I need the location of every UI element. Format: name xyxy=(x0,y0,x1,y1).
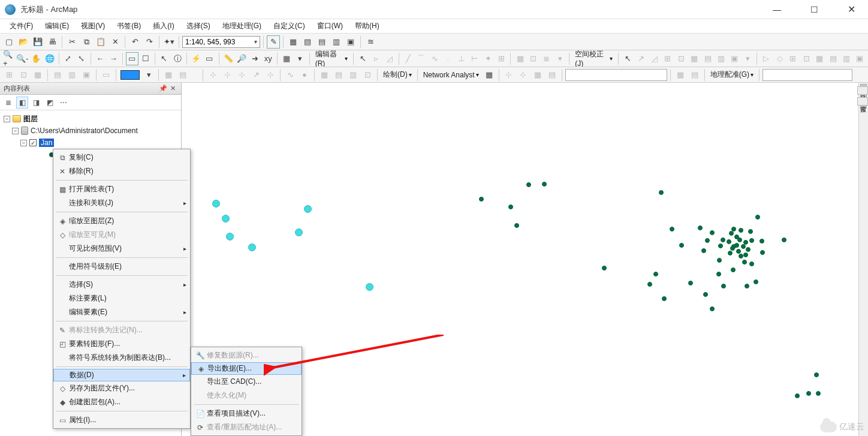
na4-icon[interactable]: ▦ xyxy=(531,68,544,82)
ctx-item[interactable]: 导出至 CAD(C)... xyxy=(191,375,302,389)
map-point[interactable] xyxy=(745,284,749,288)
expander-icon[interactable]: − xyxy=(4,116,10,122)
edit-t6-icon[interactable]: ⊡ xyxy=(528,52,540,65)
edit-pt-icon[interactable]: · xyxy=(442,52,454,65)
pointer-icon[interactable]: ↖ xyxy=(158,52,170,65)
edit-t8-icon[interactable]: ▾ xyxy=(554,52,566,65)
map-point[interactable] xyxy=(743,240,748,245)
menu-window[interactable]: 窗口(W) xyxy=(311,20,349,32)
redo-icon[interactable]: ↷ xyxy=(143,35,156,49)
ctx-item[interactable]: 可见比例范围(V)▸ xyxy=(53,242,190,255)
map-point[interactable] xyxy=(212,200,220,208)
toc-list-by-vis-icon[interactable]: ◨ xyxy=(30,97,42,109)
html-icon[interactable]: ▭ xyxy=(203,52,215,65)
sa-pointer-icon[interactable]: ↖ xyxy=(622,52,634,65)
map-point[interactable] xyxy=(742,260,747,264)
ctx-item[interactable]: 使用符号级别(E) xyxy=(53,260,190,273)
snap5-icon[interactable]: ⊹ xyxy=(264,68,277,82)
maximize-button[interactable]: ☐ xyxy=(802,2,826,17)
spatial-adj-dropdown[interactable]: 空间校正(J)▾ xyxy=(572,50,615,67)
toc-list-by-draw-icon[interactable]: ≣ xyxy=(2,97,14,109)
edit-t7-icon[interactable]: ≣ xyxy=(541,52,553,65)
snap6-icon[interactable]: ∿ xyxy=(284,68,297,82)
map-point[interactable] xyxy=(718,243,723,248)
map-point[interactable] xyxy=(508,205,513,209)
ctx-item[interactable]: ◈缩放至图层(Z) xyxy=(53,214,190,228)
snap8-icon[interactable]: ▦ xyxy=(318,68,331,82)
sa-t14-icon[interactable]: ▤ xyxy=(827,52,839,65)
add-data-icon[interactable]: ✦▾ xyxy=(162,35,176,49)
snap3-icon[interactable]: ⊹ xyxy=(235,68,248,82)
map-point[interactable] xyxy=(679,243,684,248)
panel1-icon[interactable]: ▦ xyxy=(287,35,300,49)
na6-icon[interactable]: ▦ xyxy=(674,68,687,82)
sa-t2-icon[interactable]: ◿ xyxy=(649,52,661,65)
panel3-icon[interactable]: ▤ xyxy=(315,35,328,49)
open-icon[interactable]: 📂 xyxy=(17,35,30,49)
map-point[interactable] xyxy=(760,250,765,255)
sa-t10-icon[interactable]: ◇ xyxy=(774,52,786,65)
d3-icon[interactable]: ▦ xyxy=(31,68,44,82)
d2-icon[interactable]: ⊡ xyxy=(17,68,30,82)
print-icon[interactable]: 🖶 xyxy=(46,35,59,49)
d9-icon[interactable]: ▤ xyxy=(176,68,189,82)
back-icon[interactable]: ← xyxy=(94,52,106,65)
edit-t3-icon[interactable]: ✦ xyxy=(482,52,494,65)
d1-icon[interactable]: ⊞ xyxy=(2,68,16,82)
edit-arc-icon[interactable]: ⌒ xyxy=(415,52,427,65)
d5-icon[interactable]: ▥ xyxy=(65,68,79,82)
map-point[interactable] xyxy=(248,243,256,251)
toc-list-by-sel-icon[interactable]: ◩ xyxy=(44,97,56,109)
sa-t6-icon[interactable]: ▤ xyxy=(701,52,713,65)
georef-dropdown[interactable]: 地理配准(G)▾ xyxy=(708,70,756,80)
edit-tool1-icon[interactable]: ▹ xyxy=(370,52,382,65)
save-icon[interactable]: 💾 xyxy=(31,35,44,49)
ctx-item[interactable]: ◰要素转图形(F)... xyxy=(53,337,190,351)
d4-icon[interactable]: ▤ xyxy=(51,68,64,82)
pan-icon[interactable]: ✋ xyxy=(30,52,42,65)
forward-icon[interactable]: → xyxy=(107,52,119,65)
map-point[interactable] xyxy=(760,239,764,243)
zoom-in-icon[interactable]: 🔍+ xyxy=(2,52,14,65)
edit-tool2-icon[interactable]: ◿ xyxy=(383,52,395,65)
map-point[interactable] xyxy=(806,391,811,396)
ctx-item[interactable]: 编辑要素(E)▸ xyxy=(53,305,190,319)
ctx-item[interactable]: 连接和关联(J)▸ xyxy=(53,196,190,210)
map-point[interactable] xyxy=(698,225,703,230)
edit-t1-icon[interactable]: ⊥ xyxy=(456,52,468,65)
sa-t15-icon[interactable]: ▥ xyxy=(840,52,852,65)
panel4-icon[interactable]: ▥ xyxy=(330,35,343,49)
map-point[interactable] xyxy=(728,251,733,255)
ctx-item[interactable]: 数据(D)▸ xyxy=(53,369,190,381)
layer-name[interactable]: Jan xyxy=(39,139,54,147)
map-point[interactable] xyxy=(366,283,373,291)
map-point[interactable] xyxy=(731,267,736,272)
map-point[interactable] xyxy=(743,252,748,257)
toc-options-icon[interactable]: ⋯ xyxy=(58,97,70,109)
sa-play-icon[interactable]: ▷ xyxy=(760,52,772,65)
menu-bookmark[interactable]: 书签(B) xyxy=(111,20,147,32)
python-icon[interactable]: ≋ xyxy=(364,35,377,49)
map-point[interactable] xyxy=(662,296,667,301)
ctx-item[interactable]: 选择(S)▸ xyxy=(53,278,190,291)
sa-t5-icon[interactable]: ▦ xyxy=(688,52,700,65)
window-icon[interactable]: ▾ xyxy=(294,52,306,65)
sa-t3-icon[interactable]: ⊞ xyxy=(662,52,674,65)
cut-icon[interactable]: ✂ xyxy=(65,35,79,49)
undo-icon[interactable]: ↶ xyxy=(128,35,141,49)
expander-icon[interactable]: − xyxy=(20,140,27,146)
map-point[interactable] xyxy=(814,372,819,377)
ctx-item[interactable]: ◈导出数据(E)... xyxy=(191,362,302,375)
map-point[interactable] xyxy=(701,248,706,253)
map-point[interactable] xyxy=(795,393,800,398)
edit-curve-icon[interactable]: ∿ xyxy=(429,52,441,65)
close-panel-icon[interactable]: ✕ xyxy=(168,85,177,92)
edit-pointer-icon[interactable]: ↖ xyxy=(357,52,369,65)
find-route-icon[interactable]: ➜ xyxy=(249,52,261,65)
snap9-icon[interactable]: ▤ xyxy=(332,68,345,82)
map-point[interactable] xyxy=(705,238,710,243)
map-point[interactable] xyxy=(727,239,731,244)
edit-t4-icon[interactable]: ⊞ xyxy=(495,52,507,65)
snap4-icon[interactable]: ↗ xyxy=(249,68,263,82)
ctx-item[interactable]: 将符号系统转换为制图表达(B)... xyxy=(53,351,190,365)
